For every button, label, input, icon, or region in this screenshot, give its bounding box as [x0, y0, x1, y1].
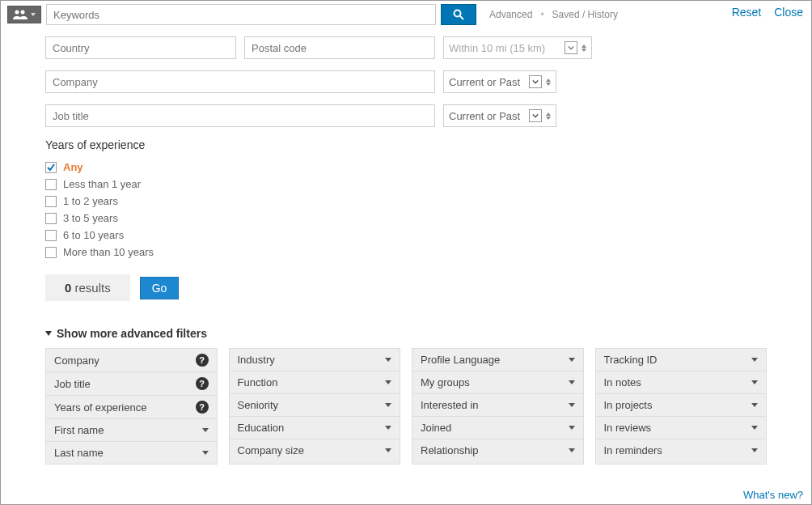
- company-scope-select[interactable]: Current or Past: [443, 70, 556, 93]
- filter-item[interactable]: Company?: [46, 349, 217, 372]
- filter-label: In reviews: [604, 422, 652, 434]
- checkbox[interactable]: [45, 162, 57, 173]
- caret-down-icon: [569, 403, 575, 407]
- filter-label: In notes: [604, 376, 641, 388]
- whats-new-link[interactable]: What's new?: [743, 489, 803, 501]
- show-advanced-toggle[interactable]: Show more advanced filters: [45, 327, 767, 340]
- checkbox[interactable]: [45, 247, 57, 258]
- stepper-icon: [546, 79, 551, 86]
- filter-label: Seniority: [238, 399, 279, 411]
- filter-label: Company size: [238, 444, 304, 456]
- caret-down-icon: [385, 426, 391, 430]
- company-input[interactable]: [45, 70, 435, 93]
- stepper-icon: [582, 45, 586, 52]
- postal-code-input[interactable]: [244, 36, 435, 59]
- search-icon: [453, 9, 464, 20]
- filter-item[interactable]: In notes: [596, 371, 767, 394]
- caret-down-icon: [202, 451, 209, 455]
- caret-down-icon: [569, 426, 575, 430]
- caret-down-icon: [751, 358, 758, 362]
- filter-label: Function: [238, 376, 278, 388]
- filter-item[interactable]: Industry: [230, 349, 400, 371]
- checkbox[interactable]: [45, 230, 57, 241]
- checkbox[interactable]: [45, 213, 57, 224]
- caret-down-icon: [385, 358, 391, 362]
- advanced-link[interactable]: Advanced: [489, 9, 532, 20]
- filter-item[interactable]: In reminders: [596, 439, 767, 461]
- filter-label: Relationship: [421, 444, 479, 456]
- filter-item[interactable]: My groups: [412, 371, 583, 394]
- filter-item[interactable]: Function: [230, 371, 400, 394]
- triangle-down-icon: [45, 331, 52, 336]
- filter-label: Tracking ID: [604, 354, 658, 366]
- title-scope-select[interactable]: Current or Past: [443, 104, 556, 127]
- filter-item[interactable]: In reviews: [596, 417, 767, 439]
- close-link[interactable]: Close: [774, 6, 803, 19]
- filter-item[interactable]: Joined: [412, 417, 583, 439]
- filter-item[interactable]: First name: [46, 419, 217, 442]
- filter-item[interactable]: Education: [230, 417, 400, 439]
- reset-link[interactable]: Reset: [732, 6, 762, 19]
- country-input[interactable]: [45, 36, 236, 59]
- saved-history-link[interactable]: Saved / History: [552, 9, 618, 20]
- filter-label: In projects: [604, 399, 653, 411]
- chevron-down-icon: [565, 41, 577, 54]
- caret-down-icon: [569, 448, 575, 452]
- filter-item[interactable]: Relationship: [412, 439, 583, 461]
- people-type-dropdown[interactable]: [7, 6, 41, 23]
- filter-item[interactable]: Profile Language: [412, 349, 583, 371]
- filter-label: Industry: [238, 354, 275, 366]
- checkbox-label: Any: [63, 161, 83, 173]
- svg-line-3: [460, 16, 463, 19]
- experience-option[interactable]: 6 to 10 years: [45, 229, 767, 241]
- checkbox[interactable]: [45, 196, 57, 207]
- separator-dot: •: [540, 9, 543, 20]
- scrollbar[interactable]: [806, 1, 811, 504]
- experience-option[interactable]: Less than 1 year: [45, 178, 767, 190]
- filter-label: Last name: [54, 447, 104, 459]
- go-button[interactable]: Go: [140, 277, 180, 299]
- distance-select[interactable]: Within 10 mi (15 km): [443, 36, 592, 59]
- search-button[interactable]: [441, 4, 476, 25]
- caret-down-icon: [751, 448, 758, 452]
- svg-point-2: [455, 11, 461, 17]
- experience-option[interactable]: More than 10 years: [45, 246, 767, 258]
- filter-item[interactable]: Company size: [230, 439, 400, 461]
- svg-point-0: [15, 11, 19, 15]
- filter-item[interactable]: Years of experience?: [46, 396, 217, 419]
- filter-item[interactable]: Job title?: [46, 372, 217, 396]
- help-icon[interactable]: ?: [196, 354, 209, 367]
- chevron-down-icon: [529, 109, 542, 122]
- stepper-icon: [546, 112, 551, 120]
- help-icon[interactable]: ?: [196, 377, 209, 390]
- caret-down-icon: [569, 358, 575, 362]
- distance-value: Within 10 mi (15 km): [449, 42, 545, 54]
- filter-item[interactable]: Seniority: [230, 394, 400, 417]
- caret-down-icon: [385, 448, 391, 452]
- caret-down-icon: [385, 380, 391, 384]
- filter-label: Job title: [54, 378, 91, 390]
- experience-option[interactable]: Any: [45, 161, 767, 173]
- caret-down-icon: [751, 426, 758, 430]
- filter-label: Joined: [421, 422, 451, 434]
- chevron-down-icon: [529, 75, 542, 88]
- advanced-heading-text: Show more advanced filters: [57, 327, 207, 340]
- filter-label: In reminders: [604, 444, 662, 456]
- checkbox[interactable]: [45, 179, 57, 190]
- filter-item[interactable]: Interested in: [412, 394, 583, 417]
- help-icon[interactable]: ?: [196, 401, 209, 414]
- filter-item[interactable]: Last name: [46, 442, 217, 464]
- filter-label: First name: [54, 424, 104, 436]
- filter-label: My groups: [421, 376, 470, 388]
- keywords-input[interactable]: [46, 4, 436, 25]
- job-title-input[interactable]: [45, 104, 435, 127]
- experience-option[interactable]: 1 to 2 years: [45, 195, 767, 207]
- experience-label: Years of experience: [45, 138, 767, 151]
- experience-option[interactable]: 3 to 5 years: [45, 212, 767, 224]
- checkbox-label: 6 to 10 years: [63, 229, 124, 241]
- filter-item[interactable]: In projects: [596, 394, 767, 417]
- checkbox-label: 3 to 5 years: [63, 212, 118, 224]
- checkbox-label: More than 10 years: [63, 246, 154, 258]
- filter-item[interactable]: Tracking ID: [596, 349, 767, 371]
- filter-label: Interested in: [421, 399, 479, 411]
